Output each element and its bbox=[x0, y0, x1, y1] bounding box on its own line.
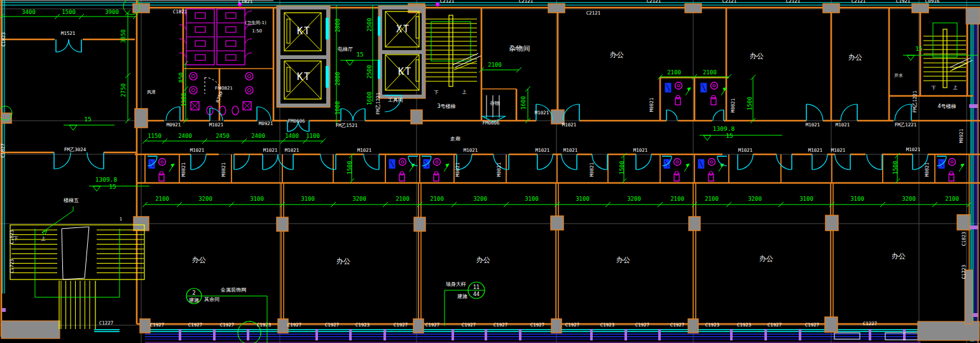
dimension-text: 2100 bbox=[396, 196, 410, 202]
door-window-tag: C1927 bbox=[287, 322, 302, 328]
plan-rect bbox=[414, 217, 425, 231]
door-window-tag: C1927 bbox=[768, 322, 782, 328]
door-window-tag: C1927 bbox=[565, 322, 580, 328]
dimension-text: 3100 bbox=[525, 196, 539, 202]
elevator-mark: KT bbox=[398, 66, 412, 77]
floor-plan-drawing: 杂物间办公办公办公办公办公办公办公办公办公电梯厅工具间3号楼梯4号楼梯存物走廊楼… bbox=[0, 0, 980, 343]
callout-sheet: 44 bbox=[473, 292, 480, 297]
elevator-mark: KT bbox=[297, 71, 311, 83]
elevation-mark: 15 bbox=[84, 116, 91, 123]
room-label: 办公 bbox=[848, 53, 862, 62]
elevation-mark: 1309.8 bbox=[713, 125, 735, 132]
room-label: 办公 bbox=[610, 51, 624, 59]
callout-number: 2 bbox=[192, 290, 195, 296]
plan-rect bbox=[315, 329, 318, 340]
plan-rect bbox=[590, 329, 593, 340]
dimension-text: 2750 bbox=[120, 83, 127, 97]
plan-rect bbox=[383, 329, 386, 340]
dimension-text: 1400 bbox=[285, 133, 299, 139]
plan-rect bbox=[452, 329, 454, 340]
plan-rect bbox=[349, 329, 352, 340]
door-window-tag: M0821 bbox=[589, 163, 595, 177]
door-window-tag: M0821 bbox=[221, 163, 226, 177]
door-window-tag: C2121 bbox=[722, 0, 737, 4]
annotation-text: 上 bbox=[953, 85, 958, 90]
plan-rect bbox=[903, 329, 906, 340]
plan-rect bbox=[551, 216, 563, 230]
dimension-text: 2100 bbox=[705, 196, 719, 202]
room-label: 办公 bbox=[750, 52, 764, 60]
door-window-tag: C1927 bbox=[805, 322, 820, 328]
door-window-tag: C1923 bbox=[355, 322, 370, 328]
plan-rect bbox=[378, 17, 380, 36]
door-window-tag: M1021 bbox=[357, 147, 372, 153]
room-label: 楼梯五 bbox=[64, 198, 79, 203]
room-label: 办公 bbox=[192, 256, 206, 264]
room-label: 杂物间 bbox=[509, 44, 530, 53]
room-label: 工具间 bbox=[388, 97, 403, 103]
door-window-tag: C1927 bbox=[493, 322, 508, 328]
dimension-text: 2800 bbox=[335, 18, 341, 32]
door-window-tag: C1923 bbox=[257, 322, 272, 328]
cad-floorplan-canvas: 杂物间办公办公办公办公办公办公办公办公办公电梯厅工具间3号楼梯4号楼梯存物走廊楼… bbox=[0, 0, 980, 343]
room-label: 办公 bbox=[616, 256, 630, 264]
dimension-text: 1000 bbox=[335, 101, 341, 115]
door-window-tag: C1927 bbox=[150, 322, 165, 328]
door-window-tag: M0821 bbox=[649, 98, 654, 112]
door-window-tag: C1927 bbox=[425, 322, 440, 328]
dimension-text: 1500 bbox=[347, 161, 353, 175]
door-window-tag: C1927 bbox=[325, 322, 340, 328]
plan-rect bbox=[799, 329, 801, 340]
callout-note: 墙身大样 bbox=[445, 281, 466, 287]
door-window-tag: FM乙1221 bbox=[895, 122, 917, 128]
dimension-text: 1500 bbox=[747, 97, 753, 111]
plan-rect bbox=[485, 329, 487, 340]
dimension-text: 3100 bbox=[799, 196, 813, 202]
room-label: 4号楼梯 bbox=[937, 104, 956, 109]
door-window-tag: M0821 bbox=[496, 163, 502, 177]
plan-rect bbox=[823, 4, 839, 13]
dimension-text: 2400 bbox=[178, 133, 192, 139]
room-label: 存物 bbox=[490, 100, 500, 106]
dimension-text: 1500 bbox=[62, 9, 76, 15]
door-window-tag: M1021 bbox=[831, 147, 846, 153]
door-window-tag: C0916 bbox=[925, 0, 940, 4]
plan-rect bbox=[912, 4, 928, 13]
plan-rect bbox=[326, 18, 329, 39]
dimension-text: 3200 bbox=[473, 196, 487, 202]
dimension-text: 1100 bbox=[306, 133, 320, 139]
dimension-text: 2500 bbox=[366, 18, 373, 32]
door-window-tag: C1823 bbox=[961, 232, 967, 246]
door-window-tag: M0921 bbox=[259, 121, 273, 126]
dimension-text: 2100 bbox=[155, 196, 169, 202]
door-window-tag: M1021 bbox=[806, 122, 820, 128]
plan-rect bbox=[685, 4, 701, 13]
annotation-text: 上 bbox=[41, 236, 46, 241]
door-window-tag: M0921 bbox=[167, 122, 181, 128]
dimension-text: 3100 bbox=[250, 196, 264, 202]
plan-rect bbox=[869, 329, 871, 340]
door-window-tag: M1021 bbox=[808, 147, 823, 153]
door-window-tag: M0821 bbox=[924, 163, 930, 177]
plan-rect bbox=[764, 329, 767, 340]
door-window-tag: C1227 bbox=[863, 321, 878, 326]
door-window-tag: C1827 bbox=[0, 144, 6, 158]
dimension-text: 2500 bbox=[366, 65, 373, 79]
room-label: 风道 bbox=[147, 90, 156, 95]
door-window-tag: M1021 bbox=[906, 147, 921, 152]
door-window-tag: C2121 bbox=[586, 10, 601, 16]
dimension-text: 2100 bbox=[667, 69, 681, 76]
door-window-tag: M1021 bbox=[535, 147, 550, 153]
door-window-tag: FM乙1221 bbox=[375, 93, 381, 115]
plan-rect bbox=[179, 329, 181, 340]
dimension-text: 3200 bbox=[748, 196, 762, 202]
plan-rect bbox=[140, 319, 150, 333]
room-label: 办公 bbox=[759, 255, 773, 263]
door-window-tag: FM0606 bbox=[287, 118, 305, 124]
door-window-tag: C1723 bbox=[9, 259, 15, 274]
plan-rect bbox=[730, 329, 733, 340]
plan-rect bbox=[825, 215, 838, 231]
plan-rect bbox=[625, 329, 627, 340]
plan-rect bbox=[969, 225, 978, 229]
plan-rect bbox=[133, 4, 149, 13]
